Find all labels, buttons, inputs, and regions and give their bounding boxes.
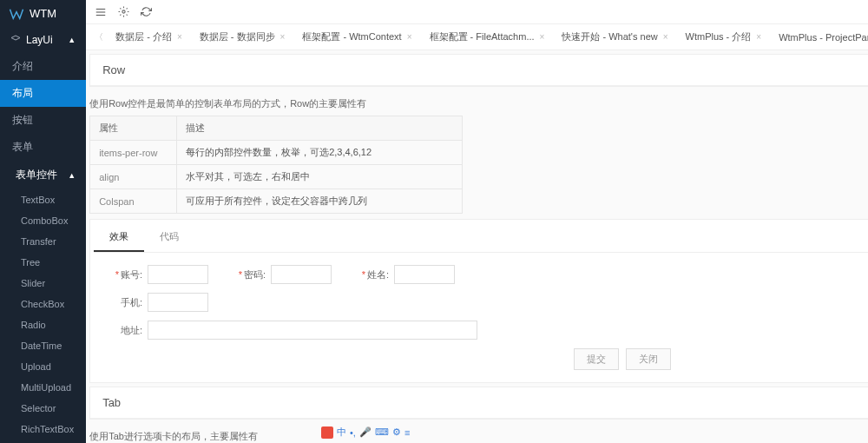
sidebar-sub-tree[interactable]: Tree (0, 252, 86, 273)
panel-row: Row (89, 54, 868, 87)
topbar: 文档版本：5.x/6.x ▼ 简体中文 ▼ (86, 0, 868, 24)
brand: WTM (0, 0, 86, 27)
close-icon[interactable]: × (280, 32, 286, 42)
ime-logo-icon[interactable] (321, 426, 333, 439)
sidebar-item-2[interactable]: 按钮 (0, 107, 86, 134)
panel-row-title: Row (90, 55, 868, 86)
ime-keyboard-icon[interactable]: ⌨ (375, 426, 389, 438)
sidebar-sub-slider[interactable]: Slider (0, 273, 86, 294)
svg-marker-0 (11, 36, 20, 40)
sidebar-item-1[interactable]: 布局 (0, 80, 86, 107)
menu-section-layui[interactable]: LayUi ▲ (0, 27, 86, 53)
close-icon[interactable]: × (756, 32, 761, 42)
ime-lang[interactable]: 中 (337, 426, 346, 439)
tab-code[interactable]: 代码 (144, 223, 194, 252)
submit-button[interactable]: 提交 (574, 348, 619, 370)
svg-point-4 (122, 10, 125, 13)
close-icon[interactable]: × (540, 32, 545, 42)
account-input[interactable] (148, 265, 208, 284)
sidebar-sub-ueditor[interactable]: UEditor (0, 440, 86, 443)
content-area: Row 使用Row控件是最简单的控制表单布局的方式，Row的主要属性有 属性描述… (86, 50, 868, 443)
row-inner-tabs: 效果 代码 (94, 223, 868, 253)
main: 文档版本：5.x/6.x ▼ 简体中文 ▼ 〈 数据层 - 介绍×数据层 - 数… (86, 0, 868, 443)
brand-logo-icon (9, 8, 24, 20)
sidebar-sub-transfer[interactable]: Transfer (0, 231, 86, 252)
layers-icon (10, 35, 21, 45)
address-input[interactable] (148, 321, 477, 340)
sidebar-sub-selector[interactable]: Selector (0, 398, 86, 419)
sidebar-sub-textbox[interactable]: TextBox (0, 189, 86, 210)
sidebar-sub-checkbox[interactable]: CheckBox (0, 294, 86, 314)
close-icon[interactable]: × (407, 32, 412, 42)
sidebar-sub-richtextbox[interactable]: RichTextBox (0, 419, 86, 440)
name-input[interactable] (394, 265, 455, 284)
chevron-up-icon: ▲ (68, 171, 76, 180)
sidebar-sub-upload[interactable]: Upload (0, 356, 86, 377)
doc-tab-2[interactable]: 框架配置 - WtmContext× (293, 24, 420, 50)
row-desc: 使用Row控件是最简单的控制表单布局的方式，Row的主要属性有 (86, 90, 868, 116)
ime-mic-icon[interactable]: 🎤 (359, 426, 372, 438)
row-demo-panel: 效果 代码 *账号: *密码: *姓名: 手机: (89, 219, 868, 383)
sidebar-sub-combobox[interactable]: ComboBox (0, 210, 86, 231)
menu-group-form-controls[interactable]: 表单控件 ▲ (0, 161, 86, 189)
ime-punct-icon[interactable]: •, (350, 427, 356, 438)
sidebar-sub-datetime[interactable]: DateTime (0, 335, 86, 356)
doc-tab-5[interactable]: WtmPlus - 介绍× (677, 24, 771, 50)
table-row: items-per-row每行的内部控件数量，枚举，可选2,3,4,6,12 (90, 141, 463, 165)
sidebar: WTM LayUi ▲ 介绍布局按钮表单 表单控件 ▲ TextBoxCombo… (0, 0, 86, 443)
doc-tab-1[interactable]: 数据层 - 数据同步× (191, 24, 294, 50)
sidebar-item-3[interactable]: 表单 (0, 134, 86, 161)
password-input[interactable] (271, 265, 332, 284)
close-button[interactable]: 关闭 (626, 348, 671, 370)
ime-toolbar: 中 •, 🎤 ⌨ ⚙ ≡ (321, 426, 410, 439)
table-row: align水平对其，可选左，右和居中 (90, 165, 463, 189)
sidebar-item-0[interactable]: 介绍 (0, 53, 86, 80)
brand-name: WTM (30, 7, 56, 20)
menu-toggle-icon[interactable] (95, 6, 107, 18)
gear-icon[interactable] (117, 6, 129, 18)
doc-tab-0[interactable]: 数据层 - 介绍× (107, 24, 191, 50)
table-row: Colspan可应用于所有控件，设定在父容器中跨几列 (90, 189, 463, 214)
sidebar-sub-multiupload[interactable]: MultiUpload (0, 377, 86, 398)
doc-tab-3[interactable]: 框架配置 - FileAttachm...× (421, 24, 554, 50)
doc-tab-6[interactable]: WtmPlus - ProjectPanel× (770, 24, 868, 50)
ime-settings-icon[interactable]: ⚙ (392, 426, 401, 438)
chevron-up-icon: ▲ (68, 36, 76, 44)
phone-input[interactable] (148, 293, 208, 312)
refresh-icon[interactable] (140, 6, 152, 18)
close-icon[interactable]: × (663, 32, 668, 42)
tabs-scroll-left[interactable]: 〈 (91, 31, 107, 43)
ime-menu-icon[interactable]: ≡ (404, 427, 410, 438)
tab-desc: 使用Tab进行选项卡的布局，主要属性有 (86, 423, 868, 443)
close-icon[interactable]: × (177, 32, 182, 42)
sidebar-sub-radio[interactable]: Radio (0, 314, 86, 335)
doc-tab-4[interactable]: 快速开始 - What's new× (553, 24, 676, 50)
panel-tab: Tab (89, 387, 868, 420)
panel-tab-title: Tab (90, 387, 868, 419)
doc-tabs: 〈 数据层 - 介绍×数据层 - 数据同步×框架配置 - WtmContext×… (86, 24, 868, 50)
row-props-table: 属性描述 items-per-row每行的内部控件数量，枚举，可选2,3,4,6… (89, 116, 463, 214)
tab-effect[interactable]: 效果 (94, 223, 144, 252)
demo-form: *账号: *密码: *姓名: 手机: 地址: (90, 253, 868, 382)
